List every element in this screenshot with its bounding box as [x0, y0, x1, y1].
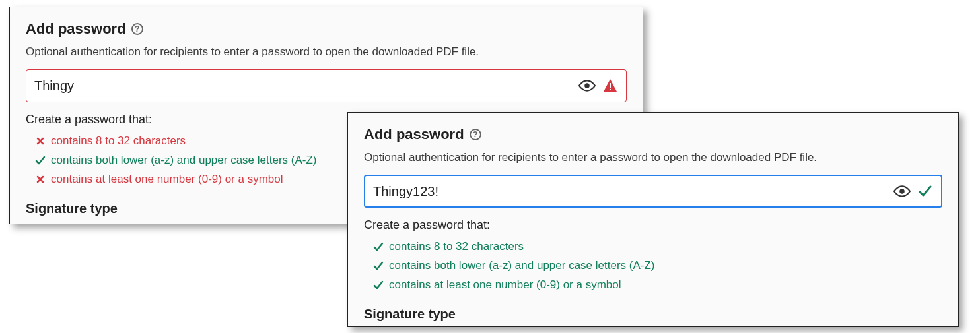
check-icon	[373, 260, 384, 271]
eye-icon[interactable]	[893, 183, 911, 200]
check-icon	[373, 280, 384, 290]
eye-icon[interactable]	[578, 77, 596, 94]
criteria-item: contains both lower (a-z) and upper case…	[373, 257, 942, 276]
criteria-item: contains at least one number (0-9) or a …	[373, 276, 942, 295]
criteria-label: contains both lower (a-z) and upper case…	[51, 151, 317, 170]
svg-rect-2	[610, 89, 611, 90]
help-icon[interactable]: ?	[470, 129, 481, 140]
help-icon[interactable]: ?	[131, 23, 143, 35]
password-input-wrap	[364, 175, 942, 208]
signature-type-heading: Signature type	[364, 307, 942, 322]
criteria-label: contains 8 to 32 characters	[389, 237, 524, 257]
criteria-label: contains at least one number (0-9) or a …	[51, 170, 283, 189]
check-icon	[917, 183, 933, 199]
svg-point-3	[899, 189, 905, 194]
password-panel-valid: Add password ? Optional authentication f…	[347, 112, 959, 327]
panel-description: Optional authentication for recipients t…	[26, 45, 627, 59]
title-row: Add password ?	[364, 126, 942, 143]
criteria-list: contains 8 to 32 characters contains bot…	[364, 237, 942, 295]
criteria-label: contains both lower (a-z) and upper case…	[389, 257, 655, 276]
criteria-label: contains at least one number (0-9) or a …	[389, 276, 621, 295]
criteria-label: contains 8 to 32 characters	[51, 132, 186, 151]
check-icon	[373, 241, 384, 252]
criteria-item: contains 8 to 32 characters	[373, 237, 942, 257]
panel-title: Add password	[364, 126, 464, 143]
title-row: Add password ?	[26, 20, 627, 38]
password-input[interactable]	[373, 184, 888, 199]
password-input-wrap	[26, 69, 627, 102]
x-icon	[35, 174, 46, 185]
panel-title: Add password	[26, 20, 126, 38]
svg-point-0	[584, 83, 590, 88]
criteria-title: Create a password that:	[364, 218, 942, 232]
check-icon	[35, 155, 46, 166]
panel-description: Optional authentication for recipients t…	[364, 151, 942, 164]
x-icon	[35, 136, 46, 146]
password-input[interactable]	[34, 78, 573, 94]
alert-icon	[602, 78, 618, 94]
svg-rect-1	[610, 83, 611, 88]
